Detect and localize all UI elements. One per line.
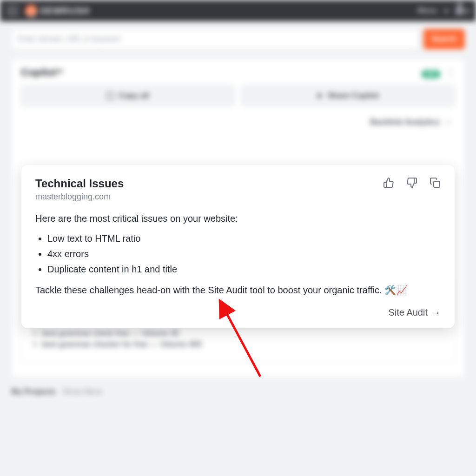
search-bar: Enter domain, URL or keyword Search bbox=[11, 29, 465, 49]
technical-intro: Here are the most critical issues on you… bbox=[35, 212, 441, 225]
chevron-down-icon: ▾ bbox=[444, 7, 448, 15]
brand[interactable]: SEMRUSH bbox=[25, 5, 90, 17]
keyword-item: best grammar checker for free — Volume 4… bbox=[42, 340, 444, 349]
search-button[interactable]: Search bbox=[423, 29, 465, 49]
technical-issues-card: Technical Issues masterblogging.com Here… bbox=[21, 165, 455, 328]
backlink-analytics-link[interactable]: Backlink Analytics → bbox=[21, 113, 455, 129]
technical-issues-domain: masterblogging.com bbox=[35, 192, 124, 202]
arrow-right-icon: → bbox=[443, 118, 451, 127]
site-audit-link[interactable]: Site Audit → bbox=[35, 307, 441, 318]
show-more-link[interactable]: Show More bbox=[62, 387, 102, 396]
user-icon bbox=[456, 7, 464, 15]
copy-all-button[interactable]: Copy all bbox=[21, 85, 235, 106]
technical-issue-item: Duplicate content in h1 and title bbox=[47, 263, 441, 276]
topbar: SEMRUSH Menu ▾ ▾ bbox=[0, 0, 476, 21]
search-input[interactable]: Enter domain, URL or keyword bbox=[11, 29, 419, 49]
copilot-new-badge: NEW bbox=[422, 70, 440, 78]
technical-issues-title: Technical Issues bbox=[35, 177, 124, 190]
technical-issue-item: Low text to HTML ratio bbox=[47, 232, 441, 245]
chevron-down-icon: ▾ bbox=[466, 7, 469, 15]
brand-text: SEMRUSH bbox=[40, 6, 90, 16]
copy-icon[interactable] bbox=[430, 177, 441, 190]
svg-rect-0 bbox=[434, 181, 440, 187]
technical-issue-item: 4xx errors bbox=[47, 247, 441, 261]
copilot-ai-badge: AI bbox=[57, 68, 62, 74]
thumbs-up-icon[interactable] bbox=[383, 177, 394, 190]
hamburger-icon[interactable] bbox=[7, 6, 19, 15]
menu-dropdown[interactable]: Menu bbox=[417, 7, 437, 15]
send-icon bbox=[317, 93, 323, 99]
search-placeholder: Enter domain, URL or keyword bbox=[18, 35, 119, 43]
user-menu[interactable]: ▾ bbox=[456, 7, 469, 15]
share-copilot-button[interactable]: Share Copilot bbox=[241, 85, 455, 106]
copy-icon bbox=[106, 92, 114, 99]
brand-fireball-icon bbox=[25, 5, 37, 17]
keyword-item: best grammar check free — Volume 30 bbox=[42, 329, 444, 338]
arrow-right-icon: → bbox=[431, 307, 441, 318]
technical-outro: Tackle these challenges head-on with the… bbox=[35, 284, 441, 297]
more-icon[interactable]: ⋮ bbox=[446, 67, 455, 78]
thumbs-down-icon[interactable] bbox=[406, 177, 417, 190]
copilot-title: Copilot bbox=[21, 66, 56, 78]
my-projects-label[interactable]: My Projects bbox=[11, 387, 55, 396]
technical-issues-list: Low text to HTML ratio 4xx errors Duplic… bbox=[47, 232, 441, 276]
